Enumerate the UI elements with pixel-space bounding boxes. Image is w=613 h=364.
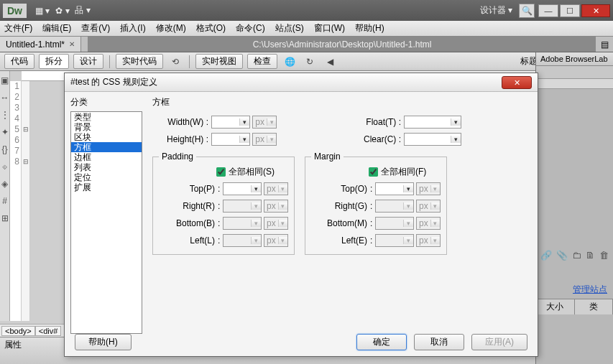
- folder-icon[interactable]: 🗀: [572, 250, 581, 261]
- margin-bottom-label: Bottom(M): [311, 218, 367, 228]
- category-list[interactable]: 类型 背景 区块 方框 边框 列表 定位 扩展: [70, 111, 142, 334]
- margin-bottom-input[interactable]: ▾: [375, 217, 414, 230]
- trash-icon[interactable]: 🗑: [599, 250, 609, 261]
- design-view-button[interactable]: 设计: [73, 54, 103, 69]
- cat-pos[interactable]: 定位: [71, 172, 142, 182]
- link-icon[interactable]: 🔗: [540, 250, 552, 261]
- tool-icon[interactable]: ↔: [1, 93, 9, 103]
- code-view-button[interactable]: 代码: [4, 54, 34, 69]
- fold-icon[interactable]: ⊟: [22, 124, 29, 135]
- document-tab[interactable]: Untitled-1.html* ✕: [0, 37, 81, 52]
- cat-ext[interactable]: 扩展: [71, 182, 142, 192]
- height-unit[interactable]: px▾: [252, 133, 277, 146]
- padding-right-label: Right(R): [159, 201, 215, 211]
- padding-bottom-label: Bottom(B): [159, 218, 215, 228]
- tool-icon[interactable]: ⟐: [2, 162, 7, 172]
- cat-bg[interactable]: 背景: [71, 122, 142, 132]
- margin-right-label: Right(G): [311, 201, 367, 211]
- apply-button[interactable]: 应用(A): [471, 334, 527, 350]
- tab-close-icon[interactable]: ✕: [69, 40, 75, 48]
- tool-icon[interactable]: #: [2, 196, 7, 206]
- cat-border[interactable]: 边框: [71, 152, 142, 162]
- height-label: Height(H) :: [152, 134, 208, 144]
- globe-icon[interactable]: 🌐: [282, 55, 298, 69]
- col-type[interactable]: 类: [575, 299, 614, 314]
- tag-div[interactable]: <div#: [35, 326, 62, 336]
- height-input[interactable]: ▾: [211, 133, 250, 146]
- search-icon[interactable]: 🔍: [519, 4, 535, 18]
- menu-insert[interactable]: 插入(I): [120, 22, 145, 34]
- pin-icon[interactable]: 📎: [556, 250, 568, 261]
- dialog-titlebar: #test 的 CSS 规则定义 ✕: [65, 73, 538, 92]
- margin-bottom-unit[interactable]: px▾: [416, 217, 441, 230]
- panel-header-browserlab[interactable]: Adobe BrowserLab: [536, 52, 613, 66]
- manage-site-link[interactable]: 管理站点: [536, 281, 613, 299]
- margin-top-input[interactable]: ▾: [375, 182, 414, 195]
- width-input[interactable]: ▾: [211, 116, 250, 129]
- padding-right-unit[interactable]: px▾: [264, 200, 288, 213]
- ok-button[interactable]: 确定: [356, 334, 407, 350]
- tool-icon[interactable]: ◈: [1, 179, 8, 189]
- padding-left-label: Left(L): [159, 235, 215, 246]
- tool-icon[interactable]: ⊞: [1, 213, 9, 223]
- menu-window[interactable]: 窗口(W): [314, 22, 345, 34]
- padding-top-unit[interactable]: px▾: [264, 182, 288, 195]
- cat-box[interactable]: 方框: [71, 142, 142, 152]
- split-view-button[interactable]: 拆分: [39, 54, 69, 69]
- panel-footer: 大小 类: [536, 299, 613, 314]
- width-unit[interactable]: px▾: [252, 116, 277, 129]
- col-size[interactable]: 大小: [536, 299, 575, 314]
- margin-same-checkbox[interactable]: [369, 167, 378, 177]
- category-label: 分类: [70, 96, 142, 108]
- margin-left-input[interactable]: ▾: [375, 234, 414, 247]
- padding-left-unit[interactable]: px▾: [264, 234, 288, 247]
- menu-view[interactable]: 查看(V): [81, 22, 110, 34]
- menu-command[interactable]: 命令(C): [236, 22, 265, 34]
- padding-top-input[interactable]: ▾: [223, 182, 262, 195]
- tool-icon[interactable]: ✦: [1, 127, 9, 137]
- refresh-icon[interactable]: ↻: [302, 55, 318, 69]
- tool-icon[interactable]: {}: [1, 144, 7, 154]
- hierarchy-icon[interactable]: 品 ▾: [75, 4, 91, 18]
- float-select[interactable]: ▾: [404, 116, 461, 129]
- cat-block[interactable]: 区块: [71, 132, 142, 142]
- fold-icon[interactable]: ⊟: [22, 157, 29, 167]
- clear-select[interactable]: ▾: [404, 133, 461, 146]
- menu-help[interactable]: 帮助(H): [355, 22, 384, 34]
- cancel-button[interactable]: 取消: [414, 334, 464, 350]
- cat-list[interactable]: 列表: [71, 162, 142, 172]
- margin-right-unit[interactable]: px▾: [416, 200, 441, 213]
- margin-right-input[interactable]: ▾: [375, 200, 414, 213]
- padding-right-input[interactable]: ▾: [223, 200, 262, 213]
- close-button[interactable]: ✕: [581, 4, 610, 17]
- liveview-button[interactable]: 实时视图: [195, 54, 243, 69]
- tag-body[interactable]: <body>: [1, 326, 35, 336]
- inspect-button[interactable]: 检查: [247, 54, 277, 69]
- menu-edit[interactable]: 编辑(E): [42, 22, 71, 34]
- note-icon[interactable]: 🗎: [586, 250, 595, 261]
- toggle-icon[interactable]: ⟲: [167, 55, 183, 69]
- margin-top-unit[interactable]: px▾: [416, 182, 441, 195]
- menu-file[interactable]: 文件(F): [4, 22, 32, 34]
- help-button[interactable]: 帮助(H): [75, 334, 132, 350]
- tool-icon[interactable]: ⋮: [1, 110, 9, 120]
- padding-left-input[interactable]: ▾: [223, 234, 262, 247]
- layout-icon[interactable]: ▦ ▾: [34, 4, 50, 18]
- tool-icon[interactable]: ▣: [1, 75, 9, 85]
- maximize-button[interactable]: ☐: [560, 4, 580, 17]
- minimize-button[interactable]: —: [538, 4, 558, 17]
- dialog-close-button[interactable]: ✕: [502, 76, 532, 89]
- menu-site[interactable]: 站点(S): [275, 22, 304, 34]
- margin-left-unit[interactable]: px▾: [416, 234, 441, 247]
- cat-type[interactable]: 类型: [71, 112, 142, 122]
- padding-bottom-input[interactable]: ▾: [223, 217, 262, 230]
- workspace-mode[interactable]: 设计器 ▾: [480, 4, 512, 17]
- livecode-button[interactable]: 实时代码: [116, 54, 163, 69]
- padding-same-checkbox[interactable]: [216, 167, 226, 177]
- padding-bottom-unit[interactable]: px▾: [264, 217, 288, 230]
- expand-icon[interactable]: ▤: [596, 37, 613, 52]
- nav-icon[interactable]: ◀: [322, 55, 338, 69]
- settings-icon[interactable]: ✿ ▾: [55, 4, 70, 18]
- menu-modify[interactable]: 修改(M): [156, 22, 186, 34]
- menu-format[interactable]: 格式(O): [196, 22, 226, 34]
